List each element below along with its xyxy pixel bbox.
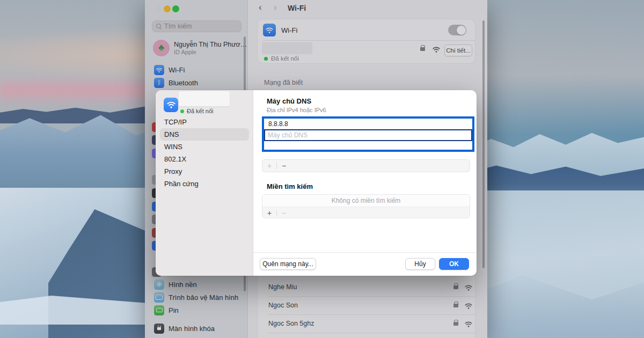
cancel-button[interactable]: Hủy [405,258,435,270]
wifi-icon [164,98,178,112]
dns-section-title: Máy chủ DNS [267,97,311,105]
search-domains-title: Miền tìm kiếm [267,182,313,190]
search-domains-list: Không có miền tìm kiếm + − [262,194,470,218]
remove-domain-button[interactable]: − [277,209,291,217]
dialog-sidebar: Đã kết nối TCP/IP DNS WINS 802.1X Proxy … [156,90,253,276]
search-domains-empty-text: Không có miền tìm kiếm [262,195,470,207]
remove-dns-button[interactable]: − [277,161,291,170]
forget-network-button[interactable]: Quên mạng này... [260,258,316,270]
dialog-tab-dns[interactable]: DNS [160,128,249,141]
dns-entry-row[interactable]: 8.8.8.8 [264,119,472,129]
network-details-dialog: Đã kết nối TCP/IP DNS WINS 802.1X Proxy … [156,90,477,276]
dns-list-controls: + − [262,159,470,172]
status-dot [180,109,184,113]
dialog-tab-tcpip[interactable]: TCP/IP [160,116,249,128]
desktop: { "colors": { "accent_blue": "#2f7bf2", … [0,0,644,338]
dialog-tab-8021x[interactable]: 802.1X [160,153,249,165]
dialog-tab-wins[interactable]: WINS [160,141,249,153]
add-dns-button[interactable]: + [262,161,276,170]
search-domains-controls: + − [262,207,470,218]
dialog-tab-proxy[interactable]: Proxy [160,165,249,178]
dialog-content: Máy chủ DNS Địa chỉ IPv4 hoặc IPv6 8.8.8… [253,90,477,276]
network-name-redacted [179,91,230,106]
dns-list-annotation-highlight: 8.8.8.8 [262,116,474,152]
dns-server-input[interactable] [264,129,472,141]
dns-section-subtitle: Địa chỉ IPv4 hoặc IPv6 [267,107,326,113]
add-domain-button[interactable]: + [262,209,276,217]
ok-button[interactable]: OK [439,258,469,270]
dialog-tab-hardware[interactable]: Phần cứng [160,178,249,190]
dialog-footer: Quên mạng này... Hủy OK [253,252,477,276]
dialog-connection-status: Đã kết nối [180,108,214,114]
